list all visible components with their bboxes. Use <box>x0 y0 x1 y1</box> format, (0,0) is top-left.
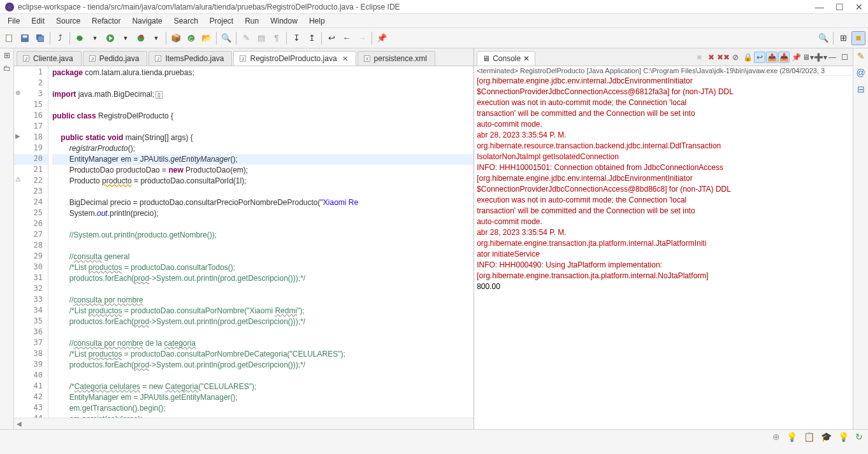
close-icon[interactable]: ✕ <box>523 54 530 63</box>
next-annotation-icon[interactable]: ↧ <box>289 31 303 45</box>
console-line: execution was not in auto-commit mode; t… <box>477 97 850 108</box>
file-icon: J <box>22 55 30 62</box>
clear-console-icon[interactable]: ⊘ <box>730 52 741 63</box>
code-body[interactable]: package com.latam.alura.tienda.pruebas;i… <box>48 66 474 418</box>
forward-icon[interactable]: → <box>355 31 369 45</box>
maximize-button[interactable]: ☐ <box>835 2 844 12</box>
maximize-view-icon[interactable]: ☐ <box>839 52 850 63</box>
word-wrap-icon[interactable]: ↩ <box>754 52 765 63</box>
svg-text:J: J <box>25 56 27 62</box>
file-icon: J <box>154 55 162 62</box>
tab-registrodelproducto-java[interactable]: JRegistroDelProducto.java✕ <box>233 51 356 66</box>
pin-console-icon[interactable]: 📌 <box>790 52 802 63</box>
tab-cliente-java[interactable]: JCliente.java <box>17 51 82 66</box>
separator <box>321 32 322 45</box>
menu-source[interactable]: Source <box>51 15 85 27</box>
editor-pane: JCliente.javaJPedido.javaJItemsPedido.ja… <box>14 48 474 429</box>
tab-persistence-xml[interactable]: Xpersistence.xml <box>358 51 435 66</box>
remove-all-icon[interactable]: ✖✖ <box>718 52 729 63</box>
menu-bar: FileEditSourceRefactorNavigateSearchProj… <box>0 14 868 28</box>
console-tab[interactable]: 🖥 Console ✕ <box>477 51 535 66</box>
editor-hscroll[interactable]: ◀ <box>14 418 474 429</box>
menu-search[interactable]: Search <box>169 15 203 27</box>
samples-icon[interactable]: ⊕ <box>772 432 780 442</box>
open-type-icon[interactable]: 📂 <box>199 31 213 45</box>
console-body[interactable]: [org.hibernate.engine.jdbc.env.internal.… <box>474 76 853 429</box>
line-number: ⚠22 <box>14 176 48 187</box>
menu-edit[interactable]: Edit <box>26 15 50 27</box>
run-dropdown-icon[interactable]: ▼ <box>119 31 133 45</box>
java-perspective-icon[interactable] <box>851 31 865 45</box>
toggle-mark-icon[interactable]: ✎ <box>239 31 253 45</box>
menu-window[interactable]: Window <box>265 15 303 27</box>
overview-icon[interactable]: 📋 <box>804 432 814 442</box>
code-area[interactable]: 12⊕3151617▶18192021⚠22232425262728293031… <box>14 66 474 418</box>
new-icon[interactable] <box>3 31 17 45</box>
line-number: 15 <box>14 100 48 111</box>
pin-editor-icon[interactable]: 📌 <box>375 31 389 45</box>
console-tab-label: Console <box>493 54 521 63</box>
minimize-button[interactable]: — <box>815 2 824 12</box>
line-number: 35 <box>14 316 48 327</box>
quick-access-search-icon[interactable]: 🔍 <box>816 31 830 45</box>
show-console-on-err-icon[interactable]: 📥 <box>778 52 790 63</box>
display-selected-console-icon[interactable]: 🖥▾ <box>802 52 814 63</box>
terminate-icon[interactable]: ■ <box>693 52 705 63</box>
run-icon[interactable] <box>103 31 117 45</box>
line-gutter: 12⊕3151617▶18192021⚠22232425262728293031… <box>14 66 48 418</box>
line-number: 26 <box>14 219 48 230</box>
remove-launch-icon[interactable]: ✖ <box>705 52 717 63</box>
tutorials-icon[interactable]: 🎓 <box>821 432 832 442</box>
line-number: 42 <box>14 392 48 403</box>
search-icon[interactable]: 🔍 <box>219 31 233 45</box>
outline-at-icon[interactable]: @ <box>856 67 865 78</box>
line-number: 17 <box>14 122 48 132</box>
menu-project[interactable]: Project <box>205 15 238 27</box>
back-icon[interactable]: ← <box>340 31 354 45</box>
menu-file[interactable]: File <box>3 15 25 27</box>
menu-refactor[interactable]: Refactor <box>87 15 126 27</box>
new-java-package-icon[interactable]: 📦 <box>169 31 183 45</box>
menu-run[interactable]: Run <box>240 15 264 27</box>
restore-view-icon[interactable]: ⊞ <box>4 51 10 60</box>
tip-icon[interactable]: 💡 <box>786 432 797 442</box>
close-icon[interactable]: ✕ <box>342 55 348 63</box>
new-java-class-icon[interactable]: C <box>184 31 198 45</box>
coverage-icon[interactable] <box>134 31 148 45</box>
line-number: 19 <box>14 143 48 154</box>
open-perspective-icon[interactable]: ⊞ <box>836 31 850 45</box>
scroll-left-icon[interactable]: ◀ <box>14 420 24 427</box>
console-line: transaction' will be committed and the C… <box>477 108 850 119</box>
console-line: auto-commit mode. <box>477 119 850 130</box>
show-whitespace-icon[interactable]: ¶ <box>270 31 284 45</box>
prev-annotation-icon[interactable]: ↥ <box>305 31 319 45</box>
svg-text:X: X <box>365 57 368 61</box>
minimize-view-icon[interactable]: — <box>827 52 838 63</box>
scroll-lock-icon[interactable]: 🔒 <box>742 52 753 63</box>
debug-dropdown-icon[interactable]: ▼ <box>88 31 102 45</box>
debug-icon[interactable] <box>73 31 87 45</box>
svg-rect-1 <box>10 34 11 36</box>
last-edit-icon[interactable]: ↩ <box>324 31 338 45</box>
save-icon[interactable] <box>18 31 32 45</box>
coverage-dropdown-icon[interactable]: ▼ <box>149 31 163 45</box>
skip-breakpoints-icon[interactable]: ⤴ <box>53 31 67 45</box>
close-button[interactable]: ✕ <box>855 2 863 12</box>
task-list-icon[interactable]: ✎ <box>857 51 865 61</box>
whatsnew-icon[interactable]: 💡 <box>838 432 849 442</box>
menu-help[interactable]: Help <box>304 15 330 27</box>
tab-label: Pedido.java <box>99 54 140 63</box>
save-all-icon[interactable] <box>33 31 47 45</box>
svg-rect-5 <box>38 36 44 41</box>
line-number: 25 <box>14 208 48 219</box>
toggle-block-icon[interactable]: ▤ <box>254 31 268 45</box>
tab-itemspedido-java[interactable]: JItemsPedido.java <box>148 51 232 66</box>
package-explorer-icon[interactable]: 🗀 <box>3 64 11 73</box>
line-number: 38 <box>14 349 48 360</box>
update-icon[interactable]: ↻ <box>855 432 863 442</box>
menu-navigate[interactable]: Navigate <box>127 15 167 27</box>
tab-pedido-java[interactable]: JPedido.java <box>83 51 148 66</box>
show-console-on-out-icon[interactable]: 📤 <box>766 52 778 63</box>
open-console-icon[interactable]: ➕▾ <box>814 52 826 63</box>
outline-tree-icon[interactable]: ⊟ <box>857 84 865 94</box>
